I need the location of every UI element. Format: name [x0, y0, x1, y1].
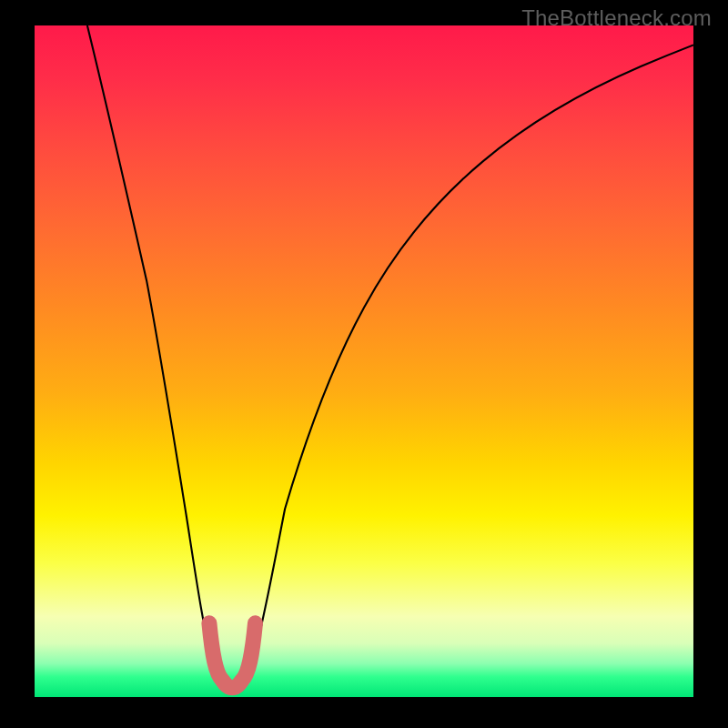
curve-layer — [35, 25, 693, 697]
plot-area — [35, 25, 693, 697]
optimal-region-highlight — [209, 623, 256, 688]
bottleneck-curve — [87, 25, 693, 691]
chart-frame: TheBottleneck.com — [0, 0, 728, 728]
